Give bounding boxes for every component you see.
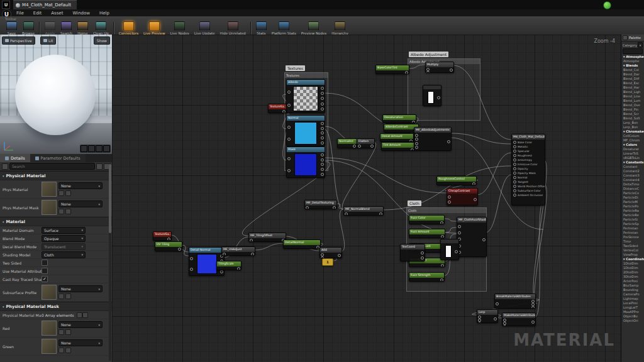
output-pin-icon[interactable] bbox=[421, 256, 424, 260]
node-cheap[interactable]: CheapContrast bbox=[447, 188, 478, 206]
input-pin-icon[interactable] bbox=[426, 71, 430, 73]
output-pin-icon[interactable] bbox=[321, 127, 324, 130]
palette-item-particlesi[interactable]: ParticleSi bbox=[621, 217, 644, 222]
node-tex_mask[interactable]: Mask bbox=[286, 146, 325, 178]
input-pin-icon[interactable] bbox=[287, 157, 291, 160]
output-pin-icon[interactable] bbox=[440, 221, 443, 224]
input-pin-icon[interactable] bbox=[415, 138, 418, 141]
palette-item-constants[interactable]: ▾ Constants bbox=[621, 160, 644, 165]
node-tex_normal[interactable]: Normal bbox=[286, 115, 325, 146]
node-prev1[interactable] bbox=[423, 85, 441, 106]
save-button[interactable]: Save bbox=[4, 21, 19, 36]
output-pin-icon[interactable] bbox=[450, 69, 453, 72]
node-detnrm[interactable]: DetailNormal bbox=[283, 239, 321, 249]
palette-item-coordinates[interactable]: ▾ Coordinates bbox=[621, 257, 644, 261]
blend-mode-select[interactable]: Opaque▾ bbox=[42, 235, 86, 242]
output-pin-icon[interactable] bbox=[412, 121, 415, 123]
palette-search-input[interactable] bbox=[623, 48, 643, 54]
palette-item-colors[interactable]: ▾ Colors bbox=[621, 143, 644, 147]
use-material-attributes-checkbox[interactable] bbox=[42, 268, 48, 274]
pin-icon[interactable] bbox=[513, 150, 516, 153]
palette-item-1dtoidim[interactable]: 1DtoIDim bbox=[621, 266, 644, 270]
palette-item-blend-soft[interactable]: Blend_Soft bbox=[621, 116, 644, 121]
browse-to-asset-icon[interactable] bbox=[65, 190, 71, 196]
node-lerp[interactable]: Lerp bbox=[477, 309, 498, 323]
output-pin-icon[interactable] bbox=[531, 306, 535, 309]
palette-item-blend-exc[interactable]: Blend_Exc bbox=[621, 81, 644, 85]
input-pin-icon[interactable] bbox=[448, 200, 451, 204]
output-pin-icon[interactable] bbox=[379, 212, 382, 216]
preview-viewport[interactable]: Perspective Lit Show bbox=[0, 35, 113, 154]
input-pin-icon[interactable] bbox=[287, 104, 291, 107]
pin-icon[interactable] bbox=[513, 154, 516, 157]
output-pin-icon[interactable] bbox=[441, 264, 444, 267]
input-pin-icon[interactable] bbox=[358, 145, 361, 148]
palette-item-constant4[interactable]: Constant4 bbox=[621, 178, 644, 182]
palette-item-atmosphe[interactable]: Atmosphe bbox=[621, 59, 644, 63]
input-pin-icon[interactable] bbox=[250, 239, 253, 242]
node-nrmint[interactable]: NormalInt bbox=[337, 138, 357, 148]
shading-model-select[interactable]: Cloth▾ bbox=[42, 251, 86, 258]
output-pin-icon[interactable] bbox=[282, 110, 286, 113]
output-pin-icon[interactable] bbox=[441, 235, 444, 238]
palette-item-blend-ove[interactable]: Blend_Ove bbox=[621, 103, 644, 107]
perspective-button[interactable]: Perspective bbox=[2, 36, 35, 45]
node-mfcloth[interactable]: MF_ClothFuzzShading bbox=[457, 217, 487, 257]
node-prev2[interactable] bbox=[440, 239, 459, 260]
input-pin-icon[interactable] bbox=[287, 90, 291, 94]
menu-window[interactable]: Window bbox=[71, 11, 91, 16]
palette-item-lightmap[interactable]: Lightmap bbox=[621, 297, 644, 301]
output-pin-icon[interactable] bbox=[321, 168, 324, 171]
connectors-button[interactable]: Connectors bbox=[116, 21, 141, 36]
node-uvtile[interactable]: UV Tiling bbox=[155, 241, 182, 251]
output-pin-icon[interactable] bbox=[321, 97, 324, 100]
subsurface-profile-asset-select[interactable]: None▾ bbox=[58, 285, 103, 292]
palette-item-blends[interactable]: ▾ Blends bbox=[621, 63, 644, 68]
palette-header[interactable]: Palette bbox=[621, 35, 644, 41]
use-selected-icon[interactable] bbox=[58, 348, 64, 353]
viewport-tool-icon[interactable] bbox=[103, 145, 110, 152]
red-thumbnail[interactable] bbox=[42, 321, 57, 336]
input-pin-icon[interactable] bbox=[496, 302, 499, 305]
palette-item-blursamp[interactable]: BlurSamp bbox=[621, 283, 644, 288]
hide-unrelated-button[interactable]: Hide Unrelated bbox=[218, 21, 248, 36]
decal-blend-mode-select[interactable]: Translucent▾ bbox=[42, 243, 86, 250]
menu-file[interactable]: File bbox=[15, 11, 25, 16]
input-pin-icon[interactable] bbox=[190, 268, 193, 271]
palette-item-objectori[interactable]: ObjectOri bbox=[621, 319, 644, 323]
palette-item-constant[interactable]: Constant bbox=[621, 165, 644, 169]
output-pin-icon[interactable] bbox=[405, 71, 408, 74]
node-fuzzcol[interactable]: Fuzz Color bbox=[409, 215, 445, 224]
output-pin-icon[interactable] bbox=[421, 251, 424, 255]
delete-icon[interactable] bbox=[82, 312, 88, 318]
node-addn[interactable]: Add bbox=[319, 247, 342, 258]
pin-icon[interactable] bbox=[513, 141, 516, 144]
pin-icon[interactable] bbox=[513, 180, 516, 184]
input-pin-icon[interactable] bbox=[503, 325, 506, 326]
node-tex_param[interactable]: TextureSa... bbox=[268, 104, 287, 113]
browse-to-asset-icon[interactable] bbox=[65, 293, 71, 299]
eye-icon[interactable] bbox=[96, 163, 103, 170]
input-pin-icon[interactable] bbox=[190, 257, 193, 260]
output-pin-icon[interactable] bbox=[237, 267, 240, 270]
input-pin-icon[interactable] bbox=[415, 134, 418, 137]
output-pin-icon[interactable] bbox=[474, 198, 477, 201]
node-multiply[interactable]: Multiply bbox=[425, 62, 454, 73]
palette-item-perinstan[interactable]: PerInstan bbox=[621, 231, 644, 235]
menu-edit[interactable]: Edit bbox=[32, 11, 43, 16]
input-pin-icon[interactable] bbox=[223, 253, 226, 256]
node-flatnrm[interactable]: Flatten bbox=[357, 138, 375, 148]
input-pin-icon[interactable] bbox=[458, 231, 461, 234]
output-pin-icon[interactable] bbox=[321, 141, 324, 145]
output-pin-icon[interactable] bbox=[321, 163, 324, 166]
node-mfalb[interactable]: MF_AlbedoAdjustments bbox=[414, 127, 452, 151]
palette-item-blend-lum[interactable]: Blend_Lum bbox=[621, 99, 644, 103]
output-pin-icon[interactable] bbox=[321, 158, 324, 162]
node-fuzzstr[interactable]: Fuzz Strength bbox=[409, 272, 445, 282]
output-pin-icon[interactable] bbox=[531, 321, 535, 324]
phys-material-mask-asset-select[interactable]: None▾ bbox=[58, 200, 103, 207]
clean-up-button[interactable]: Clean Up bbox=[91, 21, 111, 36]
palette-item-blend-pin[interactable]: Blend_Pin bbox=[621, 107, 644, 112]
browse-to-asset-icon[interactable] bbox=[65, 348, 71, 353]
palette-item-particledi[interactable]: ParticleDi bbox=[621, 195, 644, 200]
